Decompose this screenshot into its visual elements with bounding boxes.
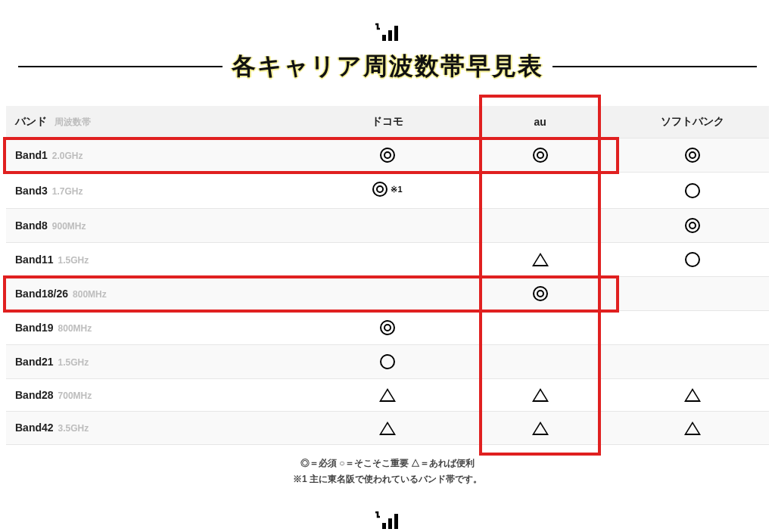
symbol-triangle [379, 422, 396, 435]
cell-softbank [616, 138, 769, 173]
cell-band: Band19800MHz [6, 311, 311, 345]
symbol-triangle [684, 388, 701, 402]
svg-rect-2 [394, 26, 398, 41]
cell-docomo [311, 277, 464, 311]
cell-softbank [616, 311, 769, 345]
band-name: Band42 [15, 422, 54, 434]
cell-docomo [311, 345, 464, 379]
signal-icon [372, 23, 403, 45]
svg-rect-1 [388, 30, 392, 41]
band-table: バンド 周波数帯 ドコモ au ソフトバンク Band12.0GHzBand31… [6, 106, 769, 445]
header-carrier-au: au [464, 106, 617, 138]
cell-docomo: ※1 [311, 173, 464, 209]
cell-note: ※1 [391, 185, 402, 194]
cell-docomo [311, 138, 464, 173]
rule-left [18, 66, 223, 67]
band-frequency: 1.7GHz [52, 186, 83, 197]
cell-au [464, 311, 617, 345]
cell-band: Band8900MHz [6, 209, 311, 243]
cell-docomo [311, 311, 464, 345]
header-band: バンド 周波数帯 [6, 106, 311, 138]
cell-au [464, 138, 617, 173]
cell-softbank [616, 277, 769, 311]
cell-band: Band111.5GHz [6, 243, 311, 277]
band-frequency: 800MHz [58, 323, 92, 334]
band-frequency: 1.5GHz [58, 357, 89, 368]
symbol-circle [685, 183, 700, 198]
cell-au [464, 243, 617, 277]
band-frequency: 2.0GHz [52, 151, 83, 161]
symbol-triangle [532, 253, 549, 266]
table-row: Band211.5GHz [6, 345, 769, 379]
symbol-double-circle [380, 320, 395, 335]
cell-au [464, 209, 617, 243]
cell-au [464, 345, 617, 379]
cell-softbank [616, 209, 769, 243]
cell-band: Band18/26800MHz [6, 277, 311, 311]
symbol-triangle [379, 388, 396, 402]
band-frequency: 800MHz [73, 289, 107, 300]
cell-softbank [616, 345, 769, 379]
table-row: Band19800MHz [6, 311, 769, 345]
cell-docomo [311, 209, 464, 243]
cell-au [464, 379, 617, 412]
cell-docomo [311, 412, 464, 444]
symbol-double-circle [533, 286, 548, 301]
header-band-sub: 周波数帯 [54, 117, 91, 127]
symbol-triangle [684, 422, 701, 435]
legend-line-2: ※1 主に東名阪で使われているバンド帯です。 [6, 471, 769, 488]
table-header-row: バンド 周波数帯 ドコモ au ソフトバンク [6, 106, 769, 138]
cell-softbank [616, 243, 769, 277]
symbol-double-circle [685, 218, 700, 233]
table-row: Band8900MHz [6, 209, 769, 243]
cell-band: Band423.5GHz [6, 412, 311, 444]
cell-softbank [616, 379, 769, 412]
cell-band: Band12.0GHz [6, 138, 311, 173]
cell-au [464, 412, 617, 444]
legend: ◎＝必須 ○＝そこそこ重要 △＝あれば便利 ※1 主に東名阪で使われているバンド… [6, 456, 769, 488]
table-row: Band18/26800MHz [6, 277, 769, 311]
symbol-triangle [532, 422, 549, 435]
table-row: Band12.0GHz [6, 138, 769, 173]
band-frequency: 700MHz [58, 390, 92, 401]
cell-docomo [311, 379, 464, 412]
cell-docomo [311, 243, 464, 277]
band-name: Band19 [15, 322, 54, 334]
symbol-double-circle [380, 148, 395, 163]
footer-icon-wrap [6, 511, 769, 532]
svg-rect-3 [382, 523, 386, 529]
cell-softbank [616, 412, 769, 444]
band-name: Band1 [15, 149, 48, 161]
cell-band: Band28700MHz [6, 379, 311, 412]
cell-au [464, 277, 617, 311]
legend-line-1: ◎＝必須 ○＝そこそこ重要 △＝あれば便利 [6, 456, 769, 472]
rule-right [552, 66, 757, 67]
band-name: Band3 [15, 185, 48, 197]
band-frequency: 1.5GHz [58, 255, 89, 266]
cell-au [464, 173, 617, 209]
cell-band: Band31.7GHz [6, 173, 311, 209]
table-row: Band31.7GHz※1 [6, 173, 769, 209]
band-frequency: 900MHz [52, 221, 86, 232]
band-name: Band21 [15, 356, 54, 368]
cell-band: Band211.5GHz [6, 345, 311, 379]
table-row: Band111.5GHz [6, 243, 769, 277]
band-name: Band28 [15, 389, 54, 401]
signal-icon [372, 511, 403, 532]
band-name: Band18/26 [15, 288, 68, 300]
cell-softbank [616, 173, 769, 209]
svg-rect-4 [388, 518, 392, 529]
symbol-circle [685, 252, 700, 267]
table-row: Band28700MHz [6, 379, 769, 412]
svg-rect-0 [382, 35, 386, 41]
band-table-wrap: バンド 周波数帯 ドコモ au ソフトバンク Band12.0GHzBand31… [6, 106, 769, 445]
table-row: Band423.5GHz [6, 412, 769, 444]
symbol-circle [380, 354, 395, 369]
header-carrier-softbank: ソフトバンク [616, 106, 769, 138]
svg-rect-5 [394, 514, 398, 529]
symbol-double-circle [533, 148, 548, 163]
band-name: Band8 [15, 219, 48, 232]
band-name: Band11 [15, 254, 54, 266]
header-band-label: バンド [15, 115, 47, 127]
page-heading: 各キャリア周波数帯早見表 [6, 23, 769, 83]
